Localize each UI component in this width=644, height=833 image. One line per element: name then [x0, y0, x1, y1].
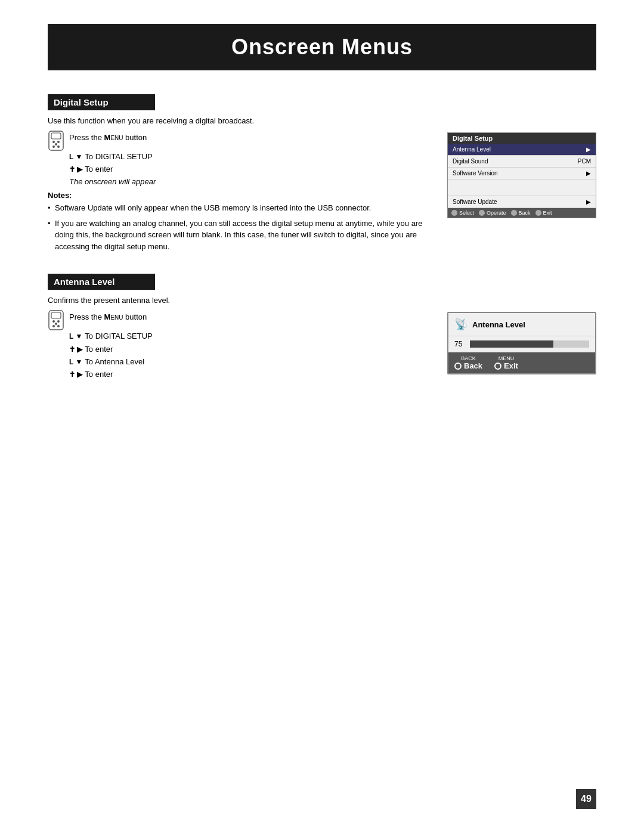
ds-notes-list: Software Update will only appear when th… — [48, 202, 435, 252]
al-back-btn: Back — [454, 361, 482, 370]
page-number: 49 — [576, 789, 596, 809]
ds-note-2: If you are watching an analog channel, y… — [48, 218, 435, 253]
ds-screenshot-title: Digital Setup — [448, 133, 596, 144]
al-footer-back: BACK Back — [454, 355, 482, 370]
ds-footer-exit: Exit — [535, 210, 552, 216]
al-step3-text: To enter — [85, 344, 113, 355]
al-step1-text: Press the MENU button — [69, 312, 147, 323]
al-step5-text: To enter — [85, 369, 113, 380]
al-step2: L ▼ To DIGITAL SETUP — [69, 331, 435, 342]
al-step2-direction: L ▼ — [69, 332, 82, 340]
al-step1: Press the MENU button — [48, 312, 435, 329]
ds-menu-antenna-label: Antenna Level — [453, 146, 491, 153]
al-exit-label: MENU — [499, 355, 515, 361]
al-step3: ✝ ▶ To enter — [69, 344, 435, 355]
ds-menu-blank — [448, 179, 596, 196]
al-back-label: BACK — [461, 355, 476, 361]
al-step4-direction: L ▼ — [69, 358, 82, 366]
antenna-icon: 📡 — [454, 318, 467, 331]
al-screenshot: 📡 Antenna Level 75 BACK — [447, 312, 596, 382]
al-bar-fill — [470, 340, 553, 348]
al-footer-exit: MENU Exit — [494, 355, 518, 370]
ds-step2-text: To DIGITAL SETUP — [85, 151, 152, 162]
ds-footer-operate: Operate — [479, 210, 506, 216]
antenna-level-body: Press the MENU button L ▼ To DIGITAL SET… — [48, 312, 596, 382]
ds-notes-label: Notes: — [48, 191, 435, 200]
ds-menu-digital-sound: Digital Sound PCM — [448, 156, 596, 168]
ds-antenna-arrow: ▶ — [586, 146, 591, 153]
ds-step3-direction: ✝ ▶ — [69, 165, 82, 174]
al-step4-text: To Antenna Level — [85, 357, 144, 367]
ds-screenshot-footer: Select Operate Back Exit — [448, 208, 596, 218]
al-exit-btn: Exit — [494, 361, 518, 370]
antenna-level-instructions: Press the MENU button L ▼ To DIGITAL SET… — [48, 312, 435, 382]
svg-point-10 — [57, 320, 60, 323]
antenna-level-header: Antenna Level — [48, 274, 155, 290]
digital-setup-body: Press the MENU button L ▼ To DIGITAL SET… — [48, 132, 596, 256]
svg-point-4 — [52, 145, 55, 148]
ds-notes: Notes: Software Update will only appear … — [48, 191, 435, 252]
al-back-group: BACK Back — [454, 355, 482, 370]
digital-setup-header: Digital Setup — [48, 94, 155, 110]
svg-point-12 — [57, 325, 60, 327]
al-step4: L ▼ To Antenna Level — [69, 357, 435, 367]
ds-step2: L ▼ To DIGITAL SETUP — [69, 151, 435, 162]
digital-setup-description: Use this function when you are receiving… — [48, 116, 596, 125]
svg-point-5 — [57, 145, 60, 148]
al-screenshot-box: 📡 Antenna Level 75 BACK — [447, 312, 596, 374]
al-step2-text: To DIGITAL SETUP — [85, 331, 152, 342]
page-title-banner: Onscreen Menus — [48, 24, 596, 70]
ds-screenshot-box: Digital Setup Antenna Level ▶ Digital So… — [447, 132, 596, 218]
remote-icon-1 — [48, 132, 64, 149]
ds-note-1: Software Update will only appear when th… — [48, 202, 435, 214]
al-exit-text: Exit — [504, 361, 518, 370]
ds-step1-text: Press the MENU button — [69, 132, 147, 143]
svg-point-6 — [55, 143, 57, 145]
svg-point-9 — [52, 320, 55, 323]
digital-setup-section: Digital Setup Use this function when you… — [48, 94, 596, 256]
ds-software-update-label: Software Update — [453, 199, 497, 205]
ds-software-version-label: Software Version — [453, 170, 498, 176]
antenna-level-description: Confirms the present antenna level. — [48, 296, 596, 305]
ds-step3-text: To enter — [85, 164, 113, 175]
remote-icon-2 — [48, 312, 64, 329]
ds-menu-software-update: Software Update ▶ — [448, 196, 596, 208]
al-bar-value: 75 — [454, 340, 466, 348]
main-content: Digital Setup Use this function when you… — [48, 70, 596, 405]
svg-point-3 — [57, 141, 60, 143]
svg-rect-8 — [51, 312, 61, 318]
al-screenshot-header: 📡 Antenna Level — [448, 313, 595, 336]
digital-setup-instructions: Press the MENU button L ▼ To DIGITAL SET… — [48, 132, 435, 256]
al-step5: ✝ ▶ To enter — [69, 369, 435, 380]
ds-digital-sound-label: Digital Sound — [453, 158, 488, 165]
ds-digital-sound-value: PCM — [578, 158, 591, 165]
ds-footer-back: Back — [511, 210, 531, 216]
ds-menu-software-version: Software Version ▶ — [448, 168, 596, 179]
ds-step2-direction: L ▼ — [69, 153, 82, 161]
al-step5-direction: ✝ ▶ — [69, 370, 82, 379]
ds-step1: Press the MENU button — [48, 132, 435, 149]
svg-point-2 — [52, 141, 55, 143]
al-step3-direction: ✝ ▶ — [69, 345, 82, 354]
al-bar-container — [470, 340, 589, 348]
al-screenshot-title: Antenna Level — [472, 320, 525, 329]
ds-screenshot: Digital Setup Antenna Level ▶ Digital So… — [447, 132, 596, 256]
antenna-level-section: Antenna Level Confirms the present anten… — [48, 274, 596, 382]
ds-menu-antenna: Antenna Level ▶ — [448, 144, 596, 156]
page-title: Onscreen Menus — [66, 35, 578, 60]
al-exit-circle — [494, 363, 501, 370]
ds-software-update-arrow: ▶ — [586, 199, 591, 205]
svg-rect-1 — [51, 133, 61, 139]
svg-point-11 — [52, 325, 55, 327]
ds-italic-note: The onscreen will appear — [69, 177, 435, 186]
al-screenshot-footer: BACK Back MENU — [448, 352, 595, 373]
svg-point-13 — [55, 323, 57, 325]
ds-step3: ✝ ▶ To enter — [69, 164, 435, 175]
al-back-circle — [454, 363, 462, 370]
al-bar-row: 75 — [448, 336, 595, 352]
ds-footer-select: Select — [451, 210, 474, 216]
ds-software-version-arrow: ▶ — [586, 170, 591, 176]
al-back-text: Back — [464, 361, 482, 370]
al-exit-group: MENU Exit — [494, 355, 518, 370]
